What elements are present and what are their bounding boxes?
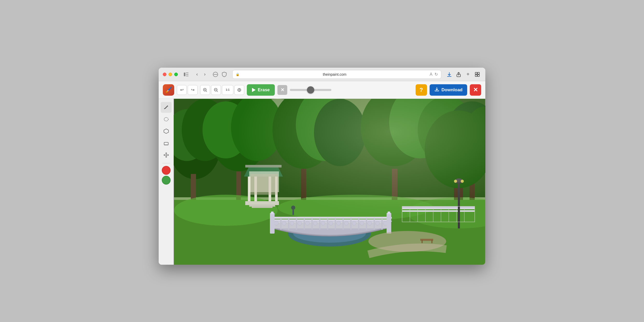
browser-titlebar: ‹ › 🔒 theinpaint.com A ↻ <box>159 68 485 81</box>
app-logo: 🖌️ <box>163 84 174 96</box>
download-icon <box>434 87 439 93</box>
left-sidebar <box>159 99 174 265</box>
sidebar-toggle-button[interactable] <box>182 70 190 79</box>
brush-size-control <box>290 89 331 91</box>
color-red-button[interactable] <box>162 166 171 175</box>
tab-grid-button[interactable] <box>473 71 481 78</box>
redo-button[interactable]: ↪ <box>188 85 198 95</box>
download-label: Download <box>442 87 463 93</box>
park-image <box>174 99 485 265</box>
svg-line-20 <box>217 91 218 92</box>
svg-point-28 <box>164 117 168 121</box>
pencil-tool-button[interactable] <box>161 102 172 113</box>
main-area <box>159 99 485 265</box>
svg-rect-11 <box>478 72 479 74</box>
svg-rect-13 <box>478 75 479 76</box>
zoom-controls: 1:1 <box>200 85 244 95</box>
traffic-lights <box>163 73 178 76</box>
svg-rect-0 <box>184 73 185 76</box>
erase-button[interactable]: Erase <box>247 84 275 96</box>
brush-size-slider[interactable] <box>290 89 331 91</box>
zoom-in-button[interactable] <box>200 85 210 95</box>
zoom-1to1-button[interactable]: 1:1 <box>222 85 233 95</box>
address-bar[interactable]: 🔒 theinpaint.com A ↻ <box>232 70 441 79</box>
close-window-button[interactable] <box>163 73 166 76</box>
zoom-fit-button[interactable] <box>234 85 244 95</box>
close-app-button[interactable]: ✕ <box>470 84 481 96</box>
minimize-window-button[interactable] <box>169 73 172 76</box>
lasso-tool-button[interactable] <box>161 114 172 125</box>
zoom-out-button[interactable] <box>211 85 221 95</box>
browser-actions: + <box>445 71 481 78</box>
shield-icon[interactable] <box>220 71 228 78</box>
browser-window: ‹ › 🔒 theinpaint.com A ↻ <box>159 68 485 265</box>
move-tool-button[interactable] <box>161 150 172 160</box>
color-green-button[interactable] <box>162 176 171 185</box>
undo-button[interactable]: ↩ <box>177 85 187 95</box>
lock-icon: 🔒 <box>236 73 240 76</box>
svg-line-17 <box>206 91 207 92</box>
download-progress-button[interactable] <box>445 71 453 78</box>
play-icon <box>252 88 256 92</box>
url-text: theinpaint.com <box>242 72 428 76</box>
eraser-tool-button[interactable] <box>161 138 172 149</box>
svg-point-22 <box>239 89 240 90</box>
tool-separator <box>162 163 170 163</box>
polygon-tool-button[interactable] <box>161 126 172 137</box>
translate-icon: A <box>430 72 432 77</box>
nav-arrows: ‹ › <box>193 71 208 78</box>
canvas-area[interactable] <box>174 99 485 265</box>
svg-rect-1 <box>186 73 188 73</box>
erase-label: Erase <box>258 87 270 93</box>
svg-rect-30 <box>164 142 168 145</box>
history-controls: ↩ ↪ <box>177 85 198 95</box>
help-label: ? <box>419 87 423 93</box>
back-button[interactable]: ‹ <box>193 71 201 78</box>
reload-icon[interactable]: ↻ <box>435 72 438 77</box>
browser-action-icons <box>212 71 228 78</box>
share-button[interactable] <box>455 71 463 78</box>
block-icon[interactable] <box>212 71 219 78</box>
download-button[interactable]: Download <box>430 84 467 96</box>
svg-rect-3 <box>186 76 188 76</box>
new-tab-button[interactable]: + <box>464 71 472 78</box>
svg-rect-141 <box>485 177 485 208</box>
help-button[interactable]: ? <box>416 84 427 96</box>
svg-marker-29 <box>164 129 169 134</box>
cancel-button[interactable]: ✕ <box>277 85 287 95</box>
svg-rect-2 <box>186 74 188 75</box>
svg-rect-12 <box>475 75 477 76</box>
forward-button[interactable]: › <box>201 71 208 78</box>
app-toolbar: 🖌️ ↩ ↪ 1:1 <box>159 81 485 99</box>
maximize-window-button[interactable] <box>174 73 178 76</box>
svg-rect-142 <box>174 99 485 265</box>
svg-rect-10 <box>475 72 477 74</box>
